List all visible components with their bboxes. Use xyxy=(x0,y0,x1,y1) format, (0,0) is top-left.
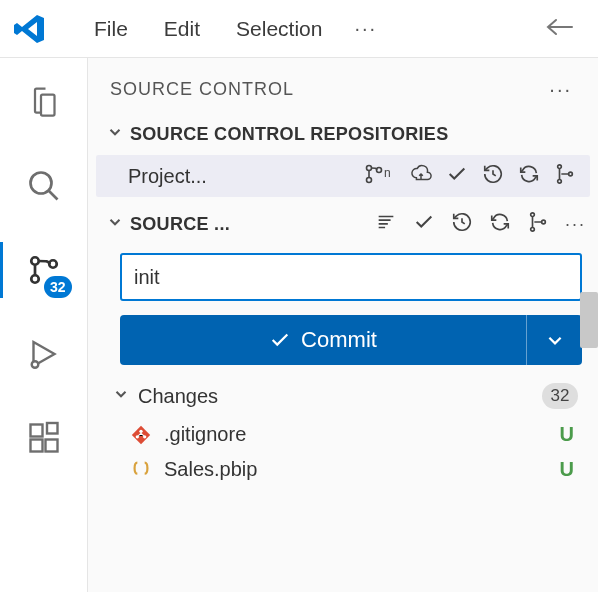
svg-rect-7 xyxy=(45,440,57,452)
svg-point-10 xyxy=(367,178,372,183)
titlebar: File Edit Selection ··· xyxy=(0,0,598,58)
commit-button-label: Commit xyxy=(301,327,377,353)
history-icon[interactable] xyxy=(482,163,504,189)
file-row[interactable]: .gitignore U xyxy=(88,417,598,452)
scm-badge: 32 xyxy=(44,276,72,298)
commit-message-input[interactable] xyxy=(120,253,582,301)
changes-label: Changes xyxy=(138,385,218,408)
file-row[interactable]: Sales.pbip U xyxy=(88,452,598,487)
sidebar-header: SOURCE CONTROL ··· xyxy=(88,58,598,117)
svg-point-9 xyxy=(367,166,372,171)
check-commit-icon[interactable] xyxy=(411,209,437,239)
activity-run-debug[interactable] xyxy=(12,330,76,378)
sidebar-more-button[interactable]: ··· xyxy=(545,76,576,103)
svg-rect-5 xyxy=(30,425,42,437)
repositories-section-header[interactable]: SOURCE CONTROL REPOSITORIES xyxy=(88,117,598,151)
svg-point-18 xyxy=(542,220,546,224)
svg-rect-8 xyxy=(47,423,58,434)
changes-count-badge: 32 xyxy=(542,383,578,409)
repository-actions: n xyxy=(364,163,576,189)
svg-point-17 xyxy=(531,228,535,232)
menu-selection[interactable]: Selection xyxy=(220,11,338,47)
commit-area: Commit xyxy=(88,245,598,373)
source-label: SOURCE ... xyxy=(130,214,230,235)
svg-point-0 xyxy=(30,173,51,194)
svg-point-13 xyxy=(558,165,562,169)
commit-button[interactable]: Commit xyxy=(120,315,526,365)
nav-back-button[interactable] xyxy=(534,13,584,45)
file-status-untracked: U xyxy=(560,458,574,481)
file-name: .gitignore xyxy=(164,423,548,446)
scrollbar-thumb[interactable] xyxy=(580,292,598,348)
history-icon[interactable] xyxy=(449,209,475,239)
repository-name: Project... xyxy=(128,165,207,188)
graph-icon[interactable] xyxy=(525,209,551,239)
source-section-header[interactable]: SOURCE ... ··· xyxy=(88,203,598,245)
sidebar-title: SOURCE CONTROL xyxy=(110,79,294,100)
svg-point-3 xyxy=(49,260,57,268)
activity-explorer[interactable] xyxy=(12,78,76,126)
commit-dropdown-button[interactable] xyxy=(526,315,582,365)
git-file-icon xyxy=(130,424,152,446)
menu-edit[interactable]: Edit xyxy=(148,11,216,47)
chevron-down-icon xyxy=(106,213,124,235)
more-icon[interactable]: ··· xyxy=(563,212,588,237)
activity-source-control[interactable]: 32 xyxy=(12,246,76,294)
branch-icon[interactable]: n xyxy=(364,163,396,189)
commit-button-group: Commit xyxy=(120,315,582,365)
changes-section-header[interactable]: Changes 32 xyxy=(88,373,598,417)
cloud-sync-icon[interactable] xyxy=(410,163,432,189)
svg-point-11 xyxy=(377,168,382,173)
source-actions: ··· xyxy=(373,209,588,239)
refresh-icon[interactable] xyxy=(518,163,540,189)
file-name: Sales.pbip xyxy=(164,458,548,481)
menu-file[interactable]: File xyxy=(78,11,144,47)
source-control-sidebar: SOURCE CONTROL ··· SOURCE CONTROL REPOSI… xyxy=(88,58,598,592)
menu-overflow[interactable]: ··· xyxy=(342,11,389,46)
refresh-icon[interactable] xyxy=(487,209,513,239)
check-commit-icon[interactable] xyxy=(446,163,468,189)
file-status-untracked: U xyxy=(560,423,574,446)
repositories-label: SOURCE CONTROL REPOSITORIES xyxy=(130,124,448,145)
svg-point-2 xyxy=(31,275,39,283)
vscode-logo xyxy=(14,13,46,45)
chevron-down-icon xyxy=(106,123,124,145)
chevron-down-icon xyxy=(112,385,130,407)
svg-point-14 xyxy=(558,180,562,184)
svg-point-15 xyxy=(569,172,573,176)
graph-icon[interactable] xyxy=(554,163,576,189)
svg-text:n: n xyxy=(384,166,391,180)
svg-point-1 xyxy=(31,257,39,265)
svg-point-16 xyxy=(531,213,535,217)
list-view-icon[interactable] xyxy=(373,209,399,239)
main-area: 32 SOURCE CONTROL ··· SOURCE CONTROL REP… xyxy=(0,58,598,592)
json-file-icon xyxy=(130,459,152,481)
activity-search[interactable] xyxy=(12,162,76,210)
svg-point-4 xyxy=(31,361,38,368)
activitybar: 32 xyxy=(0,58,88,592)
svg-rect-6 xyxy=(30,440,42,452)
repository-row[interactable]: Project... n xyxy=(96,155,590,197)
activity-extensions[interactable] xyxy=(12,414,76,462)
